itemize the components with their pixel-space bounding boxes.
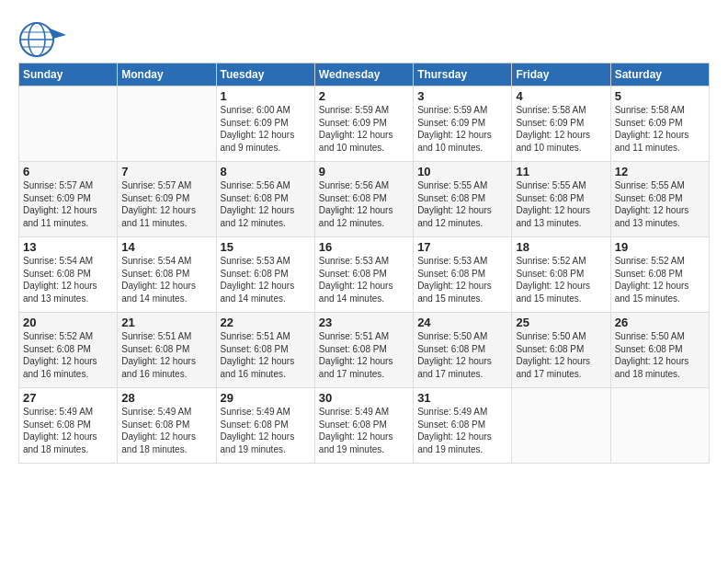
day-number: 15 [221, 240, 311, 254]
day-cell: 13Sunrise: 5:54 AM Sunset: 6:08 PM Dayli… [19, 237, 118, 313]
day-cell: 17Sunrise: 5:53 AM Sunset: 6:08 PM Dayli… [414, 237, 512, 313]
day-info: Sunrise: 5:57 AM Sunset: 6:09 PM Dayligh… [23, 179, 113, 229]
week-row-2: 6Sunrise: 5:57 AM Sunset: 6:09 PM Daylig… [19, 162, 710, 237]
day-info: Sunrise: 5:58 AM Sunset: 6:09 PM Dayligh… [615, 104, 705, 154]
day-cell: 9Sunrise: 5:56 AM Sunset: 6:08 PM Daylig… [314, 162, 413, 237]
day-cell: 8Sunrise: 5:56 AM Sunset: 6:08 PM Daylig… [216, 162, 314, 237]
day-info: Sunrise: 5:51 AM Sunset: 6:08 PM Dayligh… [319, 330, 409, 380]
day-header-monday: Monday [118, 63, 216, 86]
day-info: Sunrise: 5:58 AM Sunset: 6:09 PM Dayligh… [516, 104, 606, 154]
day-number: 8 [221, 165, 311, 178]
day-info: Sunrise: 5:53 AM Sunset: 6:08 PM Dayligh… [417, 255, 507, 304]
day-info: Sunrise: 5:54 AM Sunset: 6:08 PM Dayligh… [121, 255, 211, 304]
day-number: 4 [516, 89, 606, 103]
header-row: SundayMondayTuesdayWednesdayThursdayFrid… [19, 63, 710, 86]
day-info: Sunrise: 5:55 AM Sunset: 6:08 PM Dayligh… [615, 179, 705, 229]
day-cell: 25Sunrise: 5:50 AM Sunset: 6:08 PM Dayli… [512, 313, 610, 388]
day-info: Sunrise: 5:51 AM Sunset: 6:08 PM Dayligh… [121, 330, 211, 380]
day-number: 22 [221, 316, 311, 329]
day-info: Sunrise: 5:56 AM Sunset: 6:08 PM Dayligh… [221, 179, 311, 229]
page: SundayMondayTuesdayWednesdayThursdayFrid… [0, 0, 728, 473]
day-number: 11 [516, 165, 606, 178]
day-cell [118, 86, 216, 162]
day-info: Sunrise: 5:59 AM Sunset: 6:09 PM Dayligh… [417, 104, 507, 154]
day-cell: 15Sunrise: 5:53 AM Sunset: 6:08 PM Dayli… [216, 237, 314, 313]
day-number: 2 [319, 89, 409, 103]
day-info: Sunrise: 5:49 AM Sunset: 6:08 PM Dayligh… [221, 406, 311, 455]
day-cell: 28Sunrise: 5:49 AM Sunset: 6:08 PM Dayli… [118, 388, 216, 464]
day-number: 14 [121, 240, 211, 254]
day-number: 30 [319, 391, 409, 405]
day-cell: 31Sunrise: 5:49 AM Sunset: 6:08 PM Dayli… [414, 388, 512, 464]
day-info: Sunrise: 5:50 AM Sunset: 6:08 PM Dayligh… [417, 330, 507, 380]
day-cell: 27Sunrise: 5:49 AM Sunset: 6:08 PM Dayli… [19, 388, 118, 464]
day-cell: 29Sunrise: 5:49 AM Sunset: 6:08 PM Dayli… [216, 388, 314, 464]
day-cell: 24Sunrise: 5:50 AM Sunset: 6:08 PM Dayli… [414, 313, 512, 388]
day-number: 3 [417, 89, 507, 103]
day-header-wednesday: Wednesday [314, 63, 413, 86]
week-row-3: 13Sunrise: 5:54 AM Sunset: 6:08 PM Dayli… [19, 237, 710, 313]
day-cell: 5Sunrise: 5:58 AM Sunset: 6:09 PM Daylig… [610, 86, 709, 162]
day-cell: 16Sunrise: 5:53 AM Sunset: 6:08 PM Dayli… [314, 237, 413, 313]
day-number: 9 [319, 165, 409, 178]
day-cell: 3Sunrise: 5:59 AM Sunset: 6:09 PM Daylig… [414, 86, 512, 162]
day-number: 26 [615, 316, 705, 329]
day-cell [512, 388, 610, 464]
day-header-thursday: Thursday [414, 63, 512, 86]
day-cell: 1Sunrise: 6:00 AM Sunset: 6:09 PM Daylig… [216, 86, 314, 162]
day-header-friday: Friday [512, 63, 610, 86]
day-number: 10 [417, 165, 507, 178]
day-cell: 11Sunrise: 5:55 AM Sunset: 6:08 PM Dayli… [512, 162, 610, 237]
day-info: Sunrise: 5:50 AM Sunset: 6:08 PM Dayligh… [615, 330, 705, 380]
header [18, 17, 710, 59]
day-cell: 21Sunrise: 5:51 AM Sunset: 6:08 PM Dayli… [118, 313, 216, 388]
day-cell: 14Sunrise: 5:54 AM Sunset: 6:08 PM Dayli… [118, 237, 216, 313]
day-number: 31 [417, 391, 507, 405]
day-number: 24 [417, 316, 507, 329]
day-number: 25 [516, 316, 606, 329]
day-info: Sunrise: 5:50 AM Sunset: 6:08 PM Dayligh… [516, 330, 606, 380]
day-header-saturday: Saturday [610, 63, 709, 86]
day-cell [610, 388, 709, 464]
day-number: 7 [121, 165, 211, 178]
day-cell: 6Sunrise: 5:57 AM Sunset: 6:09 PM Daylig… [19, 162, 118, 237]
logo [18, 20, 70, 59]
day-cell: 30Sunrise: 5:49 AM Sunset: 6:08 PM Dayli… [314, 388, 413, 464]
day-number: 13 [23, 240, 113, 254]
logo-icon [18, 20, 66, 59]
day-info: Sunrise: 5:52 AM Sunset: 6:08 PM Dayligh… [615, 255, 705, 304]
day-number: 23 [319, 316, 409, 329]
week-row-4: 20Sunrise: 5:52 AM Sunset: 6:08 PM Dayli… [19, 313, 710, 388]
day-info: Sunrise: 5:59 AM Sunset: 6:09 PM Dayligh… [319, 104, 409, 154]
day-number: 21 [121, 316, 211, 329]
day-number: 18 [516, 240, 606, 254]
day-info: Sunrise: 5:49 AM Sunset: 6:08 PM Dayligh… [417, 406, 507, 455]
day-number: 29 [221, 391, 311, 405]
day-info: Sunrise: 5:56 AM Sunset: 6:08 PM Dayligh… [319, 179, 409, 229]
day-cell: 26Sunrise: 5:50 AM Sunset: 6:08 PM Dayli… [610, 313, 709, 388]
day-cell: 12Sunrise: 5:55 AM Sunset: 6:08 PM Dayli… [610, 162, 709, 237]
day-info: Sunrise: 5:49 AM Sunset: 6:08 PM Dayligh… [23, 406, 113, 455]
day-info: Sunrise: 5:54 AM Sunset: 6:08 PM Dayligh… [23, 255, 113, 304]
day-cell: 19Sunrise: 5:52 AM Sunset: 6:08 PM Dayli… [610, 237, 709, 313]
day-number: 1 [221, 89, 311, 103]
day-cell: 18Sunrise: 5:52 AM Sunset: 6:08 PM Dayli… [512, 237, 610, 313]
day-header-sunday: Sunday [19, 63, 118, 86]
day-cell: 4Sunrise: 5:58 AM Sunset: 6:09 PM Daylig… [512, 86, 610, 162]
day-header-tuesday: Tuesday [216, 63, 314, 86]
day-info: Sunrise: 5:49 AM Sunset: 6:08 PM Dayligh… [319, 406, 409, 455]
day-cell: 2Sunrise: 5:59 AM Sunset: 6:09 PM Daylig… [314, 86, 413, 162]
day-info: Sunrise: 5:57 AM Sunset: 6:09 PM Dayligh… [121, 179, 211, 229]
day-info: Sunrise: 5:49 AM Sunset: 6:08 PM Dayligh… [121, 406, 211, 455]
day-info: Sunrise: 5:53 AM Sunset: 6:08 PM Dayligh… [221, 255, 311, 304]
day-number: 28 [121, 391, 211, 405]
week-row-1: 1Sunrise: 6:00 AM Sunset: 6:09 PM Daylig… [19, 86, 710, 162]
calendar-table: SundayMondayTuesdayWednesdayThursdayFrid… [18, 63, 710, 464]
day-number: 12 [615, 165, 705, 178]
day-number: 6 [23, 165, 113, 178]
day-number: 19 [615, 240, 705, 254]
day-info: Sunrise: 5:53 AM Sunset: 6:08 PM Dayligh… [319, 255, 409, 304]
week-row-5: 27Sunrise: 5:49 AM Sunset: 6:08 PM Dayli… [19, 388, 710, 464]
day-cell [19, 86, 118, 162]
day-number: 17 [417, 240, 507, 254]
